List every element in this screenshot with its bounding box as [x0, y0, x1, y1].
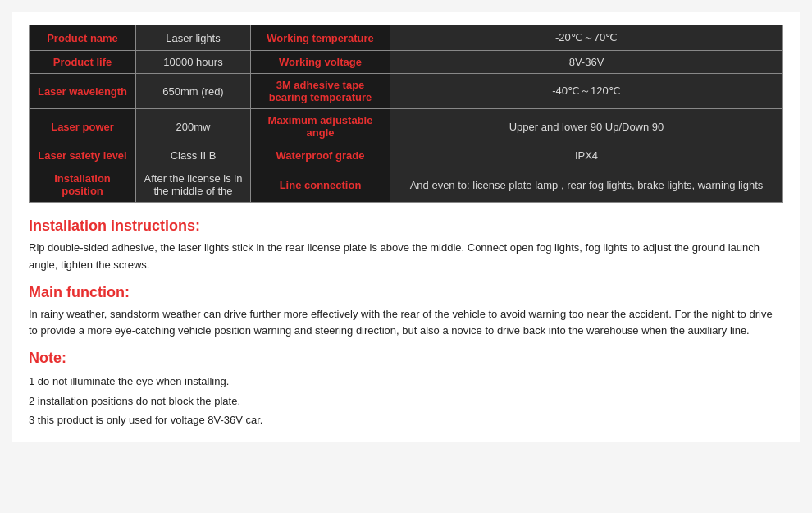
note-section: Note: 1 do not illuminate the eye when i…: [29, 350, 783, 429]
note-item-0: 1 do not illuminate the eye when install…: [29, 372, 783, 391]
label-cell-right-0: Working temperature: [251, 25, 390, 51]
label-cell-right-4: Waterproof grade: [251, 144, 390, 167]
label-cell-4: Laser safety level: [30, 144, 136, 167]
value-cell-5: After the license is in the middle of th…: [136, 167, 251, 203]
installation-text: Rip double-sided adhesive, the laser lig…: [29, 240, 783, 274]
value-cell-2: 650mm (red): [136, 74, 251, 109]
label-cell-2: Laser wavelength: [30, 74, 136, 109]
main-function-section: Main function: In rainy weather, sandsto…: [29, 284, 783, 341]
label-cell-right-2: 3M adhesive tape bearing temperature: [251, 74, 390, 109]
spec-table: Product nameLaser lightsWorking temperat…: [29, 25, 783, 203]
label-cell-3: Laser power: [30, 109, 136, 144]
label-cell-5: Installation position: [30, 167, 136, 203]
label-cell-right-5: Line connection: [251, 167, 390, 203]
value-cell-3: 200mw: [136, 109, 251, 144]
installation-title: Installation instructions:: [29, 218, 783, 235]
label-cell-right-3: Maximum adjustable angle: [251, 109, 390, 144]
value-cell-0: Laser lights: [136, 25, 251, 51]
main-function-text: In rainy weather, sandstorm weather can …: [29, 306, 783, 341]
note-title: Note:: [29, 350, 783, 367]
value-cell-right-0: -20℃～70℃: [390, 25, 783, 51]
main-function-title: Main function:: [29, 284, 783, 301]
value-cell-right-2: -40℃～120℃: [390, 74, 783, 109]
value-cell-right-3: Upper and lower 90 Up/Down 90: [390, 109, 783, 144]
label-cell-right-1: Working voltage: [251, 51, 390, 74]
label-cell-0: Product name: [30, 25, 136, 51]
main-container: Product nameLaser lightsWorking temperat…: [12, 12, 800, 442]
note-item-2: 3 this product is only used for voltage …: [29, 410, 783, 429]
note-list: 1 do not illuminate the eye when install…: [29, 372, 783, 429]
label-cell-1: Product life: [30, 51, 136, 74]
value-cell-4: Class II B: [136, 144, 251, 167]
value-cell-right-4: IPX4: [390, 144, 783, 167]
installation-section: Installation instructions: Rip double-si…: [29, 218, 783, 274]
value-cell-right-5: And even to: license plate lamp , rear f…: [390, 167, 783, 203]
value-cell-right-1: 8V-36V: [390, 51, 783, 74]
value-cell-1: 10000 hours: [136, 51, 251, 74]
note-item-1: 2 installation positions do not block th…: [29, 392, 783, 410]
